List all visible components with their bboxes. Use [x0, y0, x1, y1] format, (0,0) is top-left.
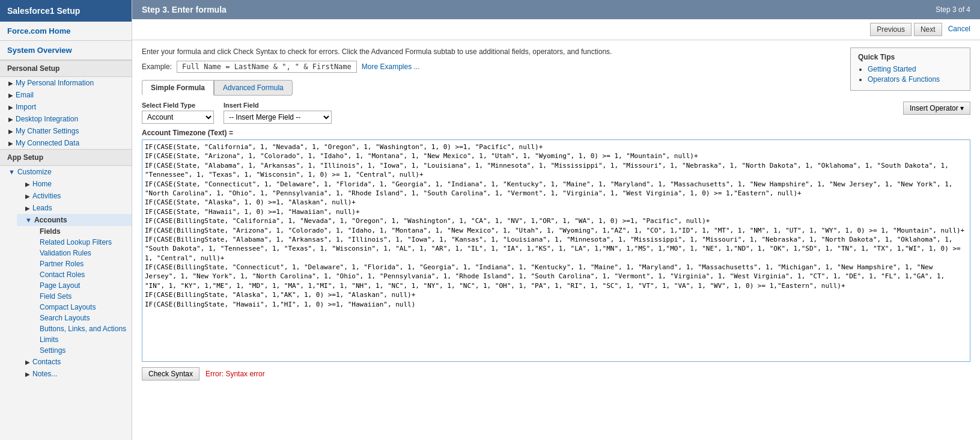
sidebar-item-validation-rules[interactable]: Validation Rules	[40, 248, 132, 258]
sidebar-item-activities[interactable]: ▶ Activities	[17, 190, 132, 202]
content-area: Quick Tips Getting Started Operators & F…	[132, 40, 980, 440]
sidebar-item-settings[interactable]: Settings	[40, 345, 132, 356]
sidebar-item-contacts[interactable]: ▶ Contacts	[17, 356, 132, 368]
sidebar-item-system-overview[interactable]: System Overview	[0, 41, 132, 60]
arrow-icon: ▶	[8, 92, 13, 99]
sidebar-item-my-chatter-settings[interactable]: ▶ My Chatter Settings	[0, 125, 132, 137]
sidebar-item-partner-roles[interactable]: Partner Roles	[40, 258, 132, 269]
arrow-icon: ▶	[8, 80, 13, 87]
field-type-group: Select Field Type Account Opportunity Co…	[142, 102, 214, 124]
insert-field-group: Insert Field -- Insert Merge Field --	[224, 102, 332, 124]
sidebar-item-accounts[interactable]: ▼ Accounts	[17, 214, 132, 226]
sidebar-item-page-layout[interactable]: Page Layout	[40, 280, 132, 291]
insert-operator-button[interactable]: Insert Operator ▾	[903, 102, 970, 115]
formula-controls-row: Select Field Type Account Opportunity Co…	[142, 102, 970, 124]
error-message: Error: Syntax error	[205, 370, 265, 378]
arrow-icon: ▶	[8, 104, 13, 111]
sidebar-item-buttons-links-actions[interactable]: Buttons, Links, and Actions	[40, 323, 132, 334]
formula-tabs: Simple Formula Advanced Formula	[142, 80, 970, 96]
check-syntax-button[interactable]: Check Syntax	[142, 367, 199, 380]
sidebar-item-desktop-integration[interactable]: ▶ Desktop Integration	[0, 113, 132, 125]
sidebar-item-notes[interactable]: ▶ Notes...	[17, 368, 132, 380]
app-setup-label: App Setup	[0, 149, 132, 166]
sidebar-item-label[interactable]: My Connected Data	[16, 139, 79, 147]
sidebar-item-label[interactable]: Notes...	[32, 370, 57, 378]
more-examples-link[interactable]: More Examples ...	[362, 63, 420, 71]
nav-buttons-row: Previous Next Cancel	[132, 19, 980, 40]
step-indicator: Step 3 of 4	[936, 5, 970, 14]
arrow-icon: ▶	[25, 193, 30, 200]
step-title: Step 3. Enter formula	[142, 5, 227, 14]
sidebar-item-label[interactable]: My Chatter Settings	[16, 127, 79, 135]
sidebar-item-label[interactable]: Activities	[32, 192, 61, 200]
field-type-label: Select Field Type	[142, 102, 214, 109]
sidebar-item-compact-layouts[interactable]: Compact Layouts	[40, 302, 132, 313]
app-title: Salesforce1 Setup	[0, 0, 132, 22]
getting-started-link[interactable]: Getting Started	[868, 65, 916, 73]
tab-advanced-formula[interactable]: Advanced Formula	[214, 80, 293, 96]
expand-icon: ▼	[25, 216, 32, 224]
previous-button[interactable]: Previous	[870, 23, 912, 36]
insert-operator-label: Insert Operator ▾	[910, 104, 964, 112]
sidebar-accounts-label[interactable]: Accounts	[34, 216, 67, 224]
sidebar-item-field-sets[interactable]: Field Sets	[40, 291, 132, 302]
sidebar-item-my-personal-info[interactable]: ▶ My Personal Information	[0, 77, 132, 89]
sidebar-item-search-layouts[interactable]: Search Layouts	[40, 313, 132, 323]
formula-label: Account Timezone (Text) =	[142, 129, 970, 137]
quick-tips-title: Quick Tips	[858, 53, 963, 61]
field-type-select[interactable]: Account Opportunity Contact Lead Case	[142, 111, 214, 124]
example-formula: Full Name = LastName & ", " & FirstName	[177, 61, 357, 73]
insert-field-select[interactable]: -- Insert Merge Field --	[224, 111, 332, 124]
cancel-link[interactable]: Cancel	[945, 23, 974, 36]
sidebar-item-label[interactable]: Contacts	[32, 358, 61, 366]
insert-field-label: Insert Field	[224, 102, 332, 109]
sidebar-item-label[interactable]: Email	[16, 91, 34, 99]
arrow-icon: ▶	[25, 359, 30, 365]
accounts-children: Fields Related Lookup Filters Validation…	[17, 226, 132, 356]
check-syntax-row: Check Syntax Error: Syntax error	[142, 367, 970, 380]
sidebar-item-customize[interactable]: ▼ Customize	[0, 166, 132, 178]
arrow-icon: ▶	[8, 116, 13, 123]
main-content: Step 3. Enter formula Step 3 of 4 Previo…	[132, 0, 980, 440]
sidebar-customize-label[interactable]: Customize	[17, 168, 52, 176]
instruction-text: Enter your formula and click Check Synta…	[142, 47, 970, 56]
expand-icon: ▼	[8, 168, 15, 176]
sidebar: Salesforce1 Setup Force.com Home System …	[0, 0, 132, 440]
arrow-icon: ▶	[8, 140, 13, 147]
example-label: Example:	[142, 63, 172, 71]
sidebar-item-import[interactable]: ▶ Import	[0, 101, 132, 113]
sidebar-item-related-lookup-filters[interactable]: Related Lookup Filters	[40, 237, 132, 248]
operators-functions-link[interactable]: Operators & Functions	[868, 75, 940, 84]
customize-children: ▶ Home ▶ Activities ▶ Leads ▼ Accounts F…	[0, 178, 132, 380]
sidebar-item-label[interactable]: My Personal Information	[16, 79, 94, 87]
sidebar-item-home[interactable]: ▶ Home	[17, 178, 132, 190]
next-button[interactable]: Next	[914, 23, 942, 36]
sidebar-item-my-connected-data[interactable]: ▶ My Connected Data	[0, 137, 132, 149]
sidebar-item-contact-roles[interactable]: Contact Roles	[40, 269, 132, 280]
personal-setup-label: Personal Setup	[0, 60, 132, 77]
sidebar-item-email[interactable]: ▶ Email	[0, 89, 132, 101]
sidebar-item-leads[interactable]: ▶ Leads	[17, 202, 132, 214]
quick-tips-box: Quick Tips Getting Started Operators & F…	[850, 47, 970, 91]
sidebar-item-label[interactable]: Home	[32, 180, 52, 188]
arrow-icon: ▶	[25, 181, 30, 188]
sidebar-item-fields[interactable]: Fields	[40, 226, 132, 237]
formula-textarea[interactable]: IF(CASE(State, "California", 1, "Nevada"…	[142, 139, 970, 362]
tab-simple-formula[interactable]: Simple Formula	[142, 80, 214, 96]
arrow-icon: ▶	[25, 371, 30, 377]
arrow-icon: ▶	[8, 128, 13, 135]
sidebar-item-force-home[interactable]: Force.com Home	[0, 22, 132, 41]
sidebar-item-label[interactable]: Import	[16, 103, 36, 111]
sidebar-item-label[interactable]: Leads	[32, 204, 52, 212]
sidebar-item-label[interactable]: Desktop Integration	[16, 115, 78, 123]
example-row: Example: Full Name = LastName & ", " & F…	[142, 61, 970, 73]
sidebar-item-limits[interactable]: Limits	[40, 334, 132, 345]
step-header: Step 3. Enter formula Step 3 of 4	[132, 0, 980, 19]
arrow-icon: ▶	[25, 205, 30, 212]
